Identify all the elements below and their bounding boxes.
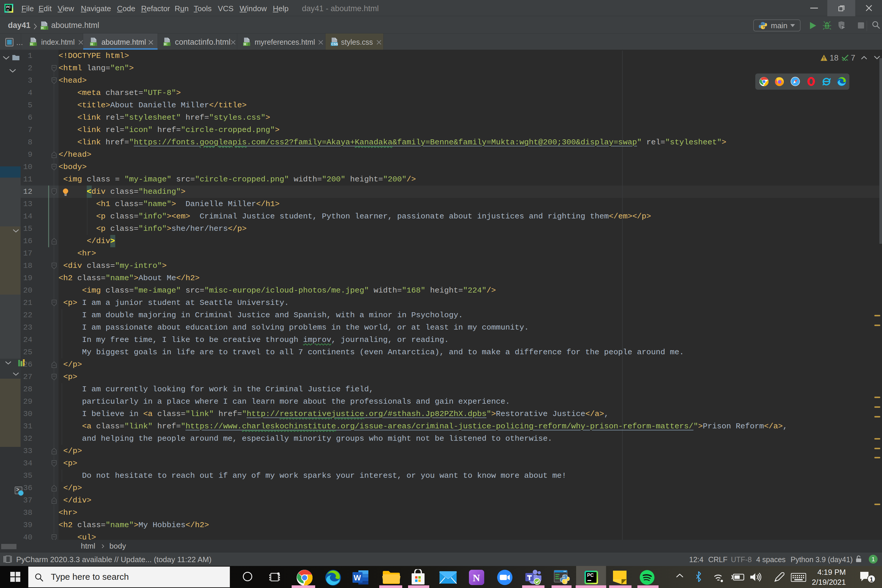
svg-text:H: H — [164, 42, 166, 46]
svg-text:H: H — [244, 42, 246, 46]
svg-text:H: H — [41, 26, 44, 30]
svg-text:CSS: CSS — [332, 42, 338, 46]
svg-text:H: H — [30, 42, 33, 46]
svg-text:N: N — [473, 572, 480, 583]
svg-text:W: W — [354, 573, 361, 582]
svg-text:H: H — [90, 42, 93, 46]
